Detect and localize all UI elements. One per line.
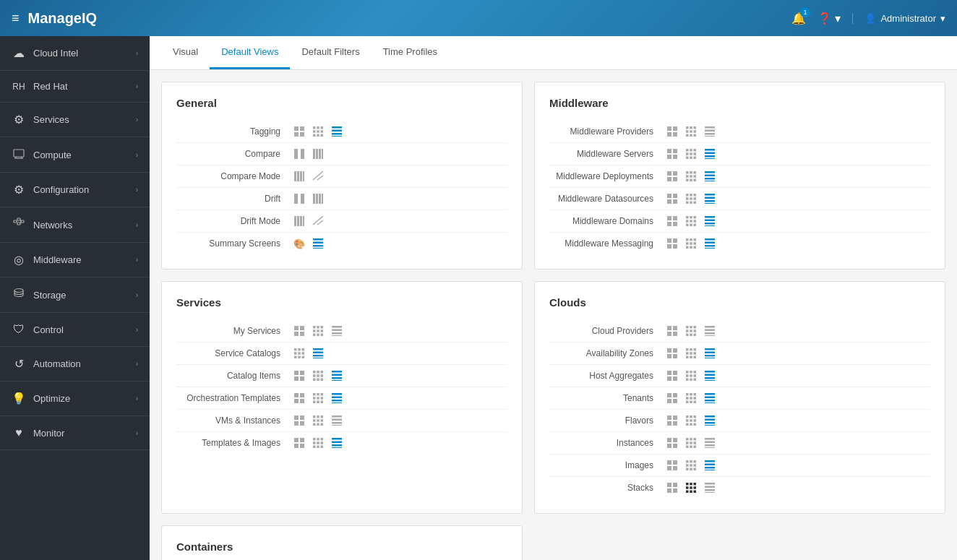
grid2-icon[interactable] (665, 369, 679, 382)
list-icon[interactable] (703, 215, 717, 228)
grid3-icon[interactable] (684, 436, 698, 449)
list-icon[interactable] (330, 436, 344, 449)
hamburger-button[interactable]: ≡ (12, 11, 20, 26)
tab-visual[interactable]: Visual (161, 36, 210, 69)
sidebar-item-control[interactable]: 🛡 Control › (0, 313, 150, 347)
grid2-icon[interactable] (665, 481, 679, 494)
svg-rect-274 (667, 348, 671, 353)
grid3-icon[interactable] (684, 215, 698, 228)
grid2-icon[interactable] (292, 324, 306, 337)
chart-icon[interactable] (311, 170, 325, 183)
grid3-icon[interactable] (684, 392, 698, 405)
tab-default-filters[interactable]: Default Filters (290, 36, 371, 69)
svg-rect-147 (690, 238, 692, 241)
list-icon[interactable] (703, 170, 717, 183)
grid3-icon[interactable] (292, 347, 306, 360)
tab-default-views[interactable]: Default Views (210, 36, 290, 69)
grid2-icon[interactable] (665, 324, 679, 337)
tab-time-profiles[interactable]: Time Profiles (372, 36, 449, 69)
grid2-icon[interactable] (665, 147, 679, 160)
grid2-icon[interactable] (665, 192, 679, 205)
grid2-icon[interactable] (665, 215, 679, 228)
grid3-icon[interactable] (311, 414, 325, 427)
grid3-icon[interactable] (684, 170, 698, 183)
compute-icon (12, 147, 26, 162)
grid3-icon[interactable] (684, 369, 698, 382)
drift-bars-icon[interactable] (311, 192, 325, 205)
bars2-icon[interactable] (292, 215, 306, 228)
sidebar-item-middleware[interactable]: ◎ Middleware › (0, 243, 150, 277)
grid2-icon[interactable] (292, 414, 306, 427)
list-icon[interactable] (703, 324, 717, 337)
sidebar-item-compute[interactable]: Compute › (0, 137, 150, 173)
list-icon[interactable] (703, 147, 717, 160)
grid3-icon[interactable] (684, 414, 698, 427)
sidebar-item-networks[interactable]: Networks › (0, 207, 150, 243)
list-icon[interactable] (330, 125, 344, 138)
svg-rect-28 (332, 136, 342, 137)
grid2-icon[interactable] (665, 347, 679, 360)
sidebar-item-services[interactable]: ⚙ Services › (0, 103, 150, 137)
compare-bars-icon[interactable] (311, 147, 325, 160)
list-icon[interactable] (703, 347, 717, 360)
compare-cols-icon[interactable] (292, 147, 306, 160)
list-icon[interactable] (703, 436, 717, 449)
grid3-icon[interactable] (684, 192, 698, 205)
grid2-icon[interactable] (292, 436, 306, 449)
paint-icon[interactable]: 🎨 (292, 237, 306, 250)
grid2-icon[interactable] (665, 392, 679, 405)
grid2-icon[interactable] (665, 125, 679, 138)
grid3-icon[interactable] (311, 392, 325, 405)
sidebar-item-automation[interactable]: ↺ Automation › (0, 347, 150, 382)
grid3-icon[interactable] (684, 324, 698, 337)
grid2-icon[interactable] (292, 392, 306, 405)
list-icon[interactable] (703, 459, 717, 472)
svg-rect-364 (690, 460, 692, 463)
grid3-icon[interactable] (311, 125, 325, 138)
list2-icon[interactable] (311, 237, 325, 250)
list-icon[interactable] (703, 392, 717, 405)
grid2-icon[interactable] (292, 125, 306, 138)
grid2-icon[interactable] (292, 369, 306, 382)
sidebar-item-optimize[interactable]: 💡 Optimize › (0, 382, 150, 416)
grid2-icon[interactable] (665, 237, 679, 250)
grid2-icon[interactable] (665, 436, 679, 449)
list-icon[interactable] (311, 347, 325, 360)
sidebar-item-monitor[interactable]: ♥ Monitor › (0, 416, 150, 450)
grid3-icon[interactable] (684, 237, 698, 250)
grid2-icon[interactable] (665, 414, 679, 427)
list-icon[interactable] (703, 237, 717, 250)
grid3-icon[interactable] (684, 459, 698, 472)
grid3-icon[interactable] (684, 147, 698, 160)
containers-title: Containers (176, 540, 507, 553)
list-icon[interactable] (703, 414, 717, 427)
grid2-icon[interactable] (665, 459, 679, 472)
compare-cols-icon[interactable] (292, 192, 306, 205)
grid3-icon[interactable] (311, 324, 325, 337)
sidebar-item-configuration[interactable]: ⚙ Configuration › (0, 173, 150, 207)
list-icon[interactable] (703, 481, 717, 494)
sidebar-item-cloud-intel[interactable]: ☁ Cloud Intel › (0, 36, 150, 71)
help-icon[interactable]: ❓ ▾ (817, 12, 841, 25)
user-menu[interactable]: 👤 Administrator ▾ (852, 13, 945, 24)
grid3-icon[interactable] (684, 125, 698, 138)
list-icon[interactable] (703, 192, 717, 205)
sidebar-item-storage[interactable]: Storage › (0, 277, 150, 313)
view-icons (665, 324, 717, 337)
grid3-icon[interactable] (311, 369, 325, 382)
bars-icon[interactable] (292, 170, 306, 183)
grid2-icon[interactable] (665, 170, 679, 183)
list-icon[interactable] (330, 392, 344, 405)
list-icon[interactable] (330, 369, 344, 382)
notifications-icon[interactable]: 🔔 1 (791, 12, 806, 25)
row-label: Cloud Providers (549, 326, 665, 336)
grid3-icon[interactable] (684, 347, 698, 360)
chart2-icon[interactable] (311, 215, 325, 228)
grid3-icon[interactable] (311, 436, 325, 449)
list-icon[interactable] (330, 324, 344, 337)
list-icon[interactable] (703, 125, 717, 138)
list-icon[interactable] (703, 369, 717, 382)
grid3-icon[interactable] (684, 481, 698, 494)
sidebar-item-red-hat[interactable]: RH Red Hat › (0, 71, 150, 103)
list-icon[interactable] (330, 414, 344, 427)
